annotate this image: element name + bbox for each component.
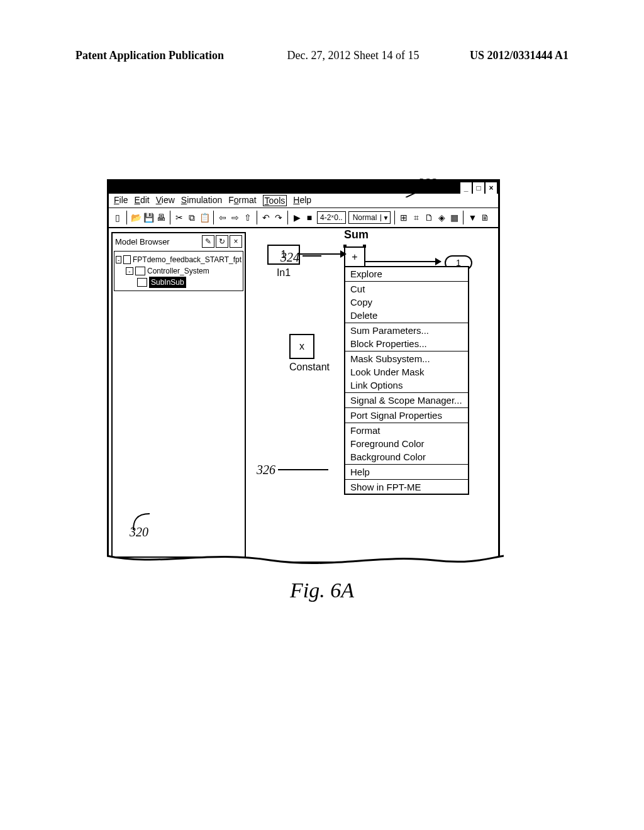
- torn-edge-icon: [107, 554, 504, 569]
- sidebar-pencil-icon[interactable]: ✎: [202, 235, 214, 248]
- play-icon[interactable]: ▶: [292, 213, 302, 223]
- context-menu: Explore Cut Copy Delete Sum Parameters..…: [344, 266, 469, 495]
- paste-icon[interactable]: 📋: [199, 213, 209, 223]
- subsystem-icon: [137, 278, 147, 287]
- mode-dropdown[interactable]: Normal ▼: [348, 211, 391, 224]
- tree-child2-label: SubInSub: [149, 277, 186, 288]
- cut-icon[interactable]: ✂: [174, 213, 184, 223]
- ctx-link-options[interactable]: Link Options: [345, 379, 468, 392]
- tool-icon-4[interactable]: ◈: [436, 213, 447, 223]
- model-browser: Model Browser ✎ ↻ × - FPTdemo_feedback_S…: [111, 232, 246, 558]
- figure: _ □ × File Edit View Simulation Format T…: [107, 179, 500, 563]
- model-tree: - FPTdemo_feedback_START_fpt - Controlle…: [114, 251, 243, 291]
- constant-label: Constant: [289, 362, 330, 373]
- back-icon[interactable]: ⇦: [218, 213, 228, 223]
- new-file-icon[interactable]: ▯: [113, 213, 123, 223]
- in1-label: In1: [267, 267, 300, 279]
- sum-symbol: +: [352, 252, 357, 263]
- subsystem-icon: [135, 267, 145, 275]
- tool-icon-2[interactable]: ⌗: [411, 213, 421, 223]
- step-size-field[interactable]: 4-2ˣ0..: [317, 211, 346, 224]
- close-button[interactable]: ×: [486, 182, 497, 194]
- sidebar-refresh-icon[interactable]: ↻: [216, 235, 228, 248]
- ctx-explore[interactable]: Explore: [345, 267, 468, 280]
- menu-format[interactable]: Format: [228, 195, 256, 206]
- menubar: File Edit View Simulation Format Tools H…: [109, 194, 498, 208]
- signal-line: [365, 261, 441, 262]
- sum-title: Sum: [344, 228, 501, 241]
- ctx-mask-subsystem[interactable]: Mask Subsystem...: [345, 352, 468, 365]
- menu-simulation[interactable]: Simulation: [181, 195, 222, 206]
- diagram-canvas[interactable]: 1 In1 x Constant Sum + 1: [248, 228, 498, 562]
- menu-file[interactable]: File: [114, 195, 128, 206]
- model-icon: [123, 255, 131, 264]
- collapse-icon[interactable]: -: [116, 256, 121, 263]
- menu-edit[interactable]: Edit: [135, 195, 150, 206]
- signal-line: [299, 253, 346, 255]
- titlebar: _ □ ×: [109, 181, 498, 194]
- menu-help[interactable]: Help: [293, 195, 311, 206]
- ctx-port-signal-properties[interactable]: Port Signal Properties: [345, 409, 468, 422]
- tool-icon-5[interactable]: ▦: [449, 213, 459, 223]
- header-left: Patent Application Publication: [0, 49, 224, 62]
- mode-value: Normal: [349, 213, 381, 222]
- figure-caption: Fig. 6A: [0, 578, 644, 602]
- page-header: Patent Application Publication Dec. 27, …: [0, 49, 644, 62]
- ctx-look-under-mask[interactable]: Look Under Mask: [345, 365, 468, 379]
- menu-view[interactable]: View: [156, 195, 175, 206]
- ctx-signal-scope-manager[interactable]: Signal & Scope Manager...: [345, 394, 468, 407]
- callout-leader-icon: [303, 255, 321, 257]
- minimize-button[interactable]: _: [460, 182, 472, 194]
- tree-child1-label: Controller_System: [147, 265, 209, 277]
- callout-leader-icon: [406, 189, 425, 197]
- header-right: US 2012/0331444 A1: [470, 49, 644, 62]
- up-icon[interactable]: ⇧: [243, 213, 253, 223]
- undo-icon[interactable]: ↶: [261, 213, 271, 223]
- chevron-down-icon: ▼: [380, 214, 390, 221]
- open-icon[interactable]: 📂: [131, 213, 141, 223]
- header-center: Dec. 27, 2012 Sheet 14 of 15: [224, 49, 470, 62]
- sum-block[interactable]: + 1: [344, 246, 365, 268]
- ctx-sum-parameters[interactable]: Sum Parameters...: [345, 324, 468, 337]
- collapse-icon[interactable]: -: [126, 267, 133, 275]
- forward-icon[interactable]: ⇨: [230, 213, 240, 223]
- svg-line-0: [406, 189, 425, 197]
- save-icon[interactable]: 💾: [143, 213, 153, 223]
- tree-root-label: FPTdemo_feedback_START_fpt: [133, 254, 242, 265]
- workspace: Model Browser ✎ ↻ × - FPTdemo_feedback_S…: [109, 228, 498, 562]
- ctx-delete[interactable]: Delete: [345, 309, 468, 322]
- tree-child-2[interactable]: SubInSub: [116, 277, 242, 288]
- ctx-cut[interactable]: Cut: [345, 282, 468, 296]
- stop-icon[interactable]: ■: [304, 213, 314, 223]
- constant-block[interactable]: x Constant: [289, 334, 330, 373]
- ctx-copy[interactable]: Copy: [345, 296, 468, 309]
- ctx-background-color[interactable]: Background Color: [345, 450, 468, 463]
- print-icon[interactable]: 🖶: [156, 213, 166, 223]
- callout-leader-icon: [132, 512, 151, 531]
- tool-icon-6[interactable]: ▼: [467, 213, 477, 223]
- model-browser-title: Model Browser: [115, 237, 201, 246]
- menu-tools[interactable]: Tools: [263, 195, 287, 206]
- tool-icon-7[interactable]: 🗎: [480, 213, 490, 223]
- ctx-block-properties[interactable]: Block Properties...: [345, 337, 468, 350]
- toolbar: ▯ 📂 💾 🖶 ✂ ⧉ 📋 ⇦ ⇨ ⇧ ↶ ↷ ▶ ■ 4-2ˣ0..: [109, 208, 498, 228]
- ctx-foreground-color[interactable]: Foreground Color: [345, 437, 468, 450]
- tool-icon-1[interactable]: ⊞: [399, 213, 409, 223]
- redo-icon[interactable]: ↷: [274, 213, 284, 223]
- sidebar-close-icon[interactable]: ×: [230, 235, 242, 248]
- callout-324: 324: [280, 250, 299, 265]
- ctx-format[interactable]: Format: [345, 424, 468, 437]
- constant-value: x: [289, 334, 314, 359]
- ctx-help[interactable]: Help: [345, 465, 468, 479]
- callout-leader-icon: [278, 469, 328, 470]
- maximize-button[interactable]: □: [473, 182, 484, 194]
- tool-icon-3[interactable]: 🗋: [424, 213, 434, 223]
- copy-icon[interactable]: ⧉: [187, 213, 197, 223]
- app-window: _ □ × File Edit View Simulation Format T…: [107, 179, 500, 563]
- ctx-show-in-fpt-me[interactable]: Show in FPT-ME: [345, 480, 468, 494]
- callout-326: 326: [257, 463, 275, 477]
- tree-root[interactable]: - FPTdemo_feedback_START_fpt: [116, 254, 242, 265]
- tree-child-1[interactable]: - Controller_System: [116, 265, 242, 277]
